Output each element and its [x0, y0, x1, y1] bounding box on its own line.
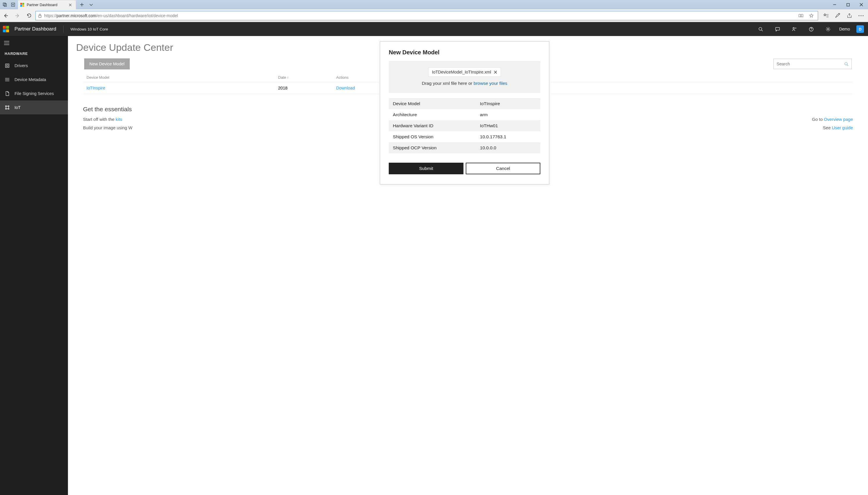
nav-forward-button[interactable] [12, 11, 23, 21]
app-title: Partner Dashboard [15, 26, 56, 32]
window-minimize-button[interactable] [828, 0, 841, 9]
essentials-goto-line: Go to Overview page [812, 117, 853, 122]
svg-rect-17 [5, 64, 9, 68]
uploaded-file-chip: IoTDeviceModel_IoTInspire.xml [428, 67, 501, 77]
address-url: https://partner.microsoft.com/en-us/dash… [44, 13, 795, 18]
essentials-see-line: See User guide [823, 125, 853, 130]
kv-row: Architecturearm [389, 109, 540, 120]
file-dropzone[interactable]: IoTDeviceModel_IoTInspire.xml Drag your … [389, 61, 540, 93]
device-details-table: Device ModelIoTInspire Architecturearm H… [389, 98, 540, 153]
svg-rect-3 [20, 3, 22, 5]
kv-row: Device ModelIoTInspire [389, 98, 540, 109]
dialog-title: New Device Model [389, 49, 540, 56]
app-header: Partner Dashboard Windows 10 IoT Core De… [0, 22, 868, 36]
tab-chevron-down-icon[interactable] [87, 1, 95, 9]
svg-point-21 [5, 108, 7, 109]
new-device-model-button[interactable]: New Device Model [84, 58, 130, 69]
svg-point-9 [858, 15, 859, 16]
tab-actions-icon[interactable] [1, 1, 9, 8]
col-date[interactable]: Date↑ [278, 75, 336, 80]
svg-rect-8 [39, 15, 41, 17]
address-bar[interactable]: https://partner.microsoft.com/en-us/dash… [35, 11, 818, 20]
svg-rect-6 [22, 5, 24, 7]
app-subtitle: Windows 10 IoT Core [71, 27, 108, 31]
lock-icon [38, 14, 42, 18]
kv-row: Shipped OS Version10.0.17763.1 [389, 131, 540, 142]
new-device-model-dialog: New Device Model IoTDeviceModel_IoTInspi… [380, 41, 549, 185]
sidebar-item-device-metadata[interactable]: Device Metadata [0, 73, 68, 87]
kv-row: Hardware Variant IDIoTHw01 [389, 120, 540, 131]
main-content: Device Update Center New Device Model De… [68, 36, 868, 495]
svg-point-23 [845, 62, 847, 65]
file-icon [5, 91, 10, 96]
search-icon[interactable] [844, 62, 849, 66]
svg-rect-5 [20, 5, 22, 7]
header-user-name[interactable]: Demo [839, 27, 851, 31]
microsoft-logo-icon [3, 26, 9, 32]
svg-point-22 [8, 108, 9, 109]
col-device-model[interactable]: Device Model [87, 75, 278, 80]
share-icon[interactable] [844, 11, 855, 21]
uploaded-file-name: IoTDeviceModel_IoTInspire.xml [432, 70, 491, 74]
window-maximize-button[interactable] [841, 0, 855, 9]
dropzone-hint: Drag your xml file here or browse your f… [393, 81, 536, 86]
browser-navbar: https://partner.microsoft.com/en-us/dash… [0, 9, 868, 22]
svg-point-19 [5, 106, 7, 107]
feedback-icon[interactable] [789, 22, 800, 36]
browse-files-link[interactable]: browse your files [474, 81, 507, 86]
sidebar-item-iot[interactable]: IoT [0, 101, 68, 115]
window-close-button[interactable] [855, 0, 868, 9]
sidebar-item-file-signing[interactable]: File Signing Services [0, 87, 68, 101]
svg-point-16 [827, 28, 829, 30]
reading-view-icon[interactable] [797, 12, 805, 20]
set-aside-tabs-icon[interactable] [9, 1, 17, 8]
sidebar-item-drivers[interactable]: Drivers [0, 59, 68, 73]
notes-icon[interactable] [833, 11, 843, 21]
kv-row: Shipped OCP Version10.0.0.0 [389, 142, 540, 153]
browser-titlebar: Partner Dashboard [0, 0, 868, 9]
settings-gear-icon[interactable] [822, 22, 834, 36]
svg-point-11 [863, 15, 863, 16]
help-icon[interactable] [805, 22, 817, 36]
sidebar: HARDWARE Drivers Device Metadata File Si… [0, 36, 68, 495]
cancel-button[interactable]: Cancel [466, 163, 540, 174]
divider [63, 25, 64, 33]
svg-point-12 [759, 27, 762, 30]
device-model-link[interactable]: IoTInspire [87, 86, 105, 90]
user-guide-link[interactable]: User guide [832, 125, 853, 130]
remove-file-icon[interactable] [494, 71, 497, 74]
tab-close-icon[interactable] [68, 2, 73, 7]
metadata-icon [5, 77, 10, 82]
sidebar-item-label: Drivers [15, 63, 28, 68]
chat-icon[interactable] [772, 22, 783, 36]
tab-favicon-icon [20, 3, 24, 7]
nav-refresh-button[interactable] [24, 11, 34, 21]
submit-button[interactable]: Submit [389, 163, 463, 174]
browser-tab[interactable]: Partner Dashboard [18, 0, 76, 9]
drivers-icon [5, 63, 10, 68]
search-input[interactable] [777, 62, 844, 66]
svg-rect-4 [22, 3, 24, 5]
svg-rect-13 [776, 27, 780, 30]
avatar[interactable]: D [856, 25, 864, 33]
svg-point-10 [861, 15, 861, 16]
hamburger-icon[interactable] [0, 36, 68, 50]
svg-rect-18 [6, 65, 8, 66]
favorites-list-icon[interactable] [821, 11, 831, 21]
row-date: 2018 [278, 86, 336, 90]
favorite-star-icon[interactable] [807, 12, 815, 20]
svg-rect-7 [847, 3, 849, 6]
nav-back-button[interactable] [1, 11, 11, 21]
svg-point-14 [793, 27, 795, 29]
essentials-build-line: Build your image using W [83, 125, 132, 130]
more-menu-icon[interactable] [856, 11, 866, 21]
search-icon[interactable] [755, 22, 767, 36]
kits-link[interactable]: kits [116, 117, 122, 122]
new-tab-button[interactable] [78, 1, 86, 9]
tab-title: Partner Dashboard [27, 3, 65, 7]
sidebar-item-label: File Signing Services [15, 91, 54, 96]
search-box[interactable] [773, 59, 852, 69]
download-link[interactable]: Download [336, 86, 355, 90]
overview-page-link[interactable]: Overview page [824, 117, 853, 122]
iot-icon [5, 105, 10, 110]
